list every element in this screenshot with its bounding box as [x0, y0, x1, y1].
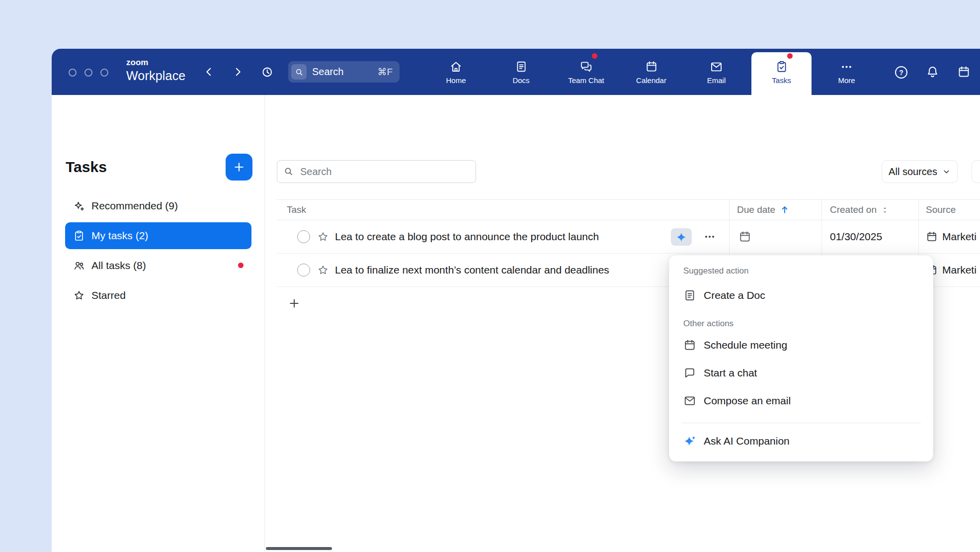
column-header-task: Task	[287, 200, 306, 220]
help-button[interactable]: ?	[895, 66, 907, 79]
row-more-actions-button[interactable]	[703, 231, 716, 243]
window-zoom-button[interactable]	[100, 69, 108, 77]
sidebar-item-my-tasks[interactable]: My tasks (2)	[65, 222, 251, 249]
task-cell: Lea to finalize next month’s content cal…	[277, 254, 729, 286]
popup-item-start-a-chat[interactable]: Start a chat	[669, 359, 933, 387]
zoom-workplace-logo: zoom Workplace	[126, 57, 185, 83]
tab-calendar[interactable]: Calendar	[619, 49, 684, 95]
sidebar-item-label: My tasks (2)	[91, 230, 148, 242]
topbar-calendar-button[interactable]	[957, 65, 971, 79]
notifications-button[interactable]	[926, 65, 939, 79]
window-close-button[interactable]	[69, 69, 77, 77]
logo-workplace-text: Workplace	[126, 68, 185, 83]
source-cell: Marketi	[918, 220, 980, 253]
task-cell: Lea to create a blog post to announce th…	[277, 220, 729, 253]
nav-forward-button[interactable]	[232, 66, 244, 78]
created-on-value: 01/30/2025	[830, 231, 882, 243]
column-header-label: Source	[926, 204, 956, 215]
chevron-right-icon	[232, 66, 244, 78]
calendar-icon	[957, 65, 971, 79]
star-icon[interactable]	[317, 264, 329, 276]
task-complete-checkbox[interactable]	[297, 230, 310, 243]
popup-item-label: Schedule meeting	[704, 339, 787, 351]
chat-bubble-icon	[683, 367, 696, 379]
sidebar-item-all-tasks[interactable]: All tasks (8)	[65, 252, 251, 279]
search-shortcut-hint: ⌘F	[377, 66, 393, 78]
sidebar-item-starred[interactable]: Starred	[65, 282, 251, 309]
source-calendar-icon	[926, 231, 938, 243]
sidebar-title: Tasks	[66, 159, 107, 176]
docs-icon	[515, 60, 528, 74]
sidebar: Tasks Recommended (9) My tasks (2)	[52, 95, 265, 552]
sidebar-items: Recommended (9) My tasks (2) All tasks (…	[65, 192, 251, 312]
ai-companion-button[interactable]	[671, 228, 692, 246]
star-icon	[73, 289, 85, 301]
tasks-icon	[775, 60, 788, 74]
popup-item-label: Compose an email	[704, 395, 791, 407]
column-header-due-date[interactable]: Due date	[729, 200, 821, 220]
tab-tasks[interactable]: Tasks	[749, 49, 814, 95]
sort-both-icon	[881, 206, 889, 214]
table-header-row: Task Due date Created on Source	[277, 199, 980, 220]
chevron-left-icon	[203, 66, 215, 78]
email-icon	[710, 60, 723, 74]
tab-team-chat[interactable]: Team Chat	[554, 49, 619, 95]
history-button[interactable]	[260, 65, 274, 79]
add-task-button[interactable]	[226, 154, 252, 181]
popup-divider	[681, 423, 921, 423]
search-placeholder-text: Search	[312, 66, 343, 78]
created-on-cell: 01/30/2025	[821, 220, 918, 253]
popup-item-label: Start a chat	[704, 367, 757, 379]
tab-docs[interactable]: Docs	[489, 49, 554, 95]
popup-item-compose-an-email[interactable]: Compose an email	[669, 387, 933, 415]
app-window: zoom Workplace Search ⌘F Home	[52, 49, 980, 552]
calendar-icon	[738, 230, 751, 243]
popup-item-create-a-doc[interactable]: Create a Doc	[669, 281, 933, 309]
task-search-input[interactable]	[277, 160, 476, 183]
home-icon	[449, 60, 463, 74]
tab-home[interactable]: Home	[423, 49, 489, 95]
team-chat-icon	[579, 60, 593, 74]
ellipsis-icon	[703, 230, 716, 243]
star-icon[interactable]	[317, 231, 329, 243]
calendar-icon	[683, 339, 696, 352]
search-icon-box	[291, 64, 307, 80]
window-controls[interactable]	[69, 69, 108, 77]
column-header-source: Source	[918, 200, 980, 220]
bell-icon	[926, 65, 939, 79]
popup-item-ask-ai-companion[interactable]: Ask AI Companion	[669, 427, 933, 455]
popup-section-label: Other actions	[669, 316, 933, 331]
table-row[interactable]: Lea to create a blog post to announce th…	[277, 220, 980, 254]
tab-label: Docs	[512, 77, 529, 84]
people-icon	[73, 260, 85, 272]
tab-more[interactable]: More	[814, 49, 879, 95]
clipped-toolbar-button[interactable]	[972, 160, 980, 183]
tab-label: Tasks	[772, 77, 791, 84]
topbar-tabs: Home Docs Team Chat Calendar	[423, 49, 879, 95]
sidebar-item-recommended[interactable]: Recommended (9)	[65, 192, 251, 219]
task-complete-checkbox[interactable]	[297, 264, 310, 276]
tasks-notification-dot	[787, 53, 793, 59]
sidebar-item-label: Recommended (9)	[91, 200, 178, 212]
popup-item-label: Ask AI Companion	[704, 435, 790, 447]
add-task-inline-button[interactable]	[288, 297, 301, 310]
sidebar-item-label: Starred	[91, 289, 126, 301]
task-search	[277, 160, 476, 183]
add-due-date-button[interactable]	[738, 230, 751, 243]
help-icon: ?	[895, 66, 907, 79]
ai-actions-popup: Suggested action Create a Doc Other acti…	[669, 255, 933, 461]
ai-companion-icon	[683, 435, 696, 448]
doc-icon	[683, 289, 696, 302]
horizontal-scrollbar-thumb[interactable]	[266, 547, 332, 550]
sidebar-item-label: All tasks (8)	[91, 260, 146, 272]
window-minimize-button[interactable]	[84, 69, 92, 77]
topbar: zoom Workplace Search ⌘F Home	[52, 49, 980, 95]
my-tasks-icon	[73, 230, 85, 242]
column-header-label: Due date	[737, 204, 775, 215]
sources-filter-dropdown[interactable]: All sources	[882, 160, 958, 183]
global-search-input[interactable]: Search ⌘F	[288, 61, 400, 83]
popup-item-schedule-meeting[interactable]: Schedule meeting	[669, 331, 933, 359]
tab-email[interactable]: Email	[684, 49, 749, 95]
nav-back-button[interactable]	[203, 66, 215, 78]
column-header-created-on[interactable]: Created on	[821, 200, 918, 220]
